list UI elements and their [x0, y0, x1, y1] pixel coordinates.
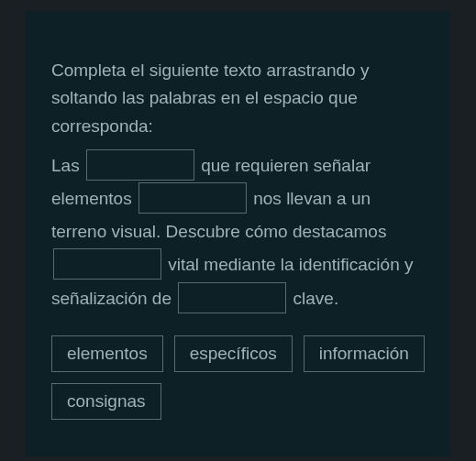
word-chip-consignas[interactable]: consignas	[51, 383, 161, 420]
word-chip-elementos[interactable]: elementos	[51, 335, 163, 372]
word-bank: elementos específicos información consig…	[51, 335, 425, 420]
drop-zone-2[interactable]	[138, 182, 247, 214]
fill-in-text: Las que requieren señalar elementos nos …	[51, 149, 425, 314]
exercise-card: Completa el siguiente texto arrastrando …	[26, 11, 450, 456]
drop-zone-3[interactable]	[53, 248, 161, 280]
word-chip-informacion[interactable]: información	[304, 335, 425, 372]
page-background: Completa el siguiente texto arrastrando …	[0, 11, 476, 461]
drop-zone-4[interactable]	[178, 282, 286, 313]
instructions-text: Completa el siguiente texto arrastrando …	[51, 57, 425, 140]
word-chip-especificos[interactable]: específicos	[174, 335, 293, 372]
text-segment-5: clave.	[288, 289, 338, 308]
text-segment-1: Las	[51, 156, 84, 175]
drop-zone-1[interactable]	[86, 149, 194, 181]
